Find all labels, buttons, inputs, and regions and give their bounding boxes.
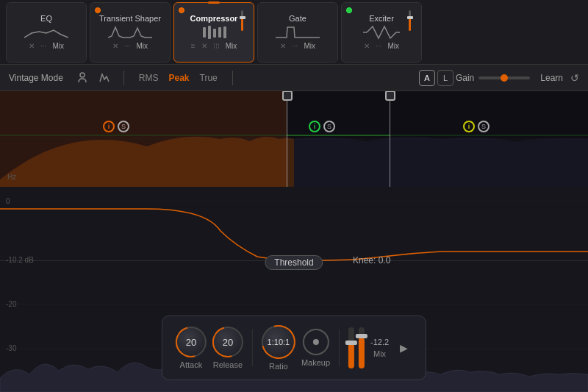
plugin-slot-eq[interactable]: EQ ✕ ··· Mix	[6, 2, 87, 63]
makeup-dot	[312, 339, 318, 345]
plugin-slot-transient[interactable]: Transient Shaper ✕ ··· Mix	[90, 2, 171, 63]
badge-yellow-3[interactable]: i	[463, 121, 475, 132]
controls-sep-2	[339, 329, 340, 366]
auto-icon-btn[interactable]	[94, 68, 115, 88]
indicator-compressor	[179, 7, 184, 13]
knee-label[interactable]: Knee: 0.0	[353, 255, 390, 266]
close-icon-gate[interactable]: ✕	[280, 42, 286, 50]
v-handle-knob-left[interactable]	[282, 91, 293, 101]
makeup-circle[interactable]	[302, 329, 329, 355]
close-icon-transient[interactable]: ✕	[112, 42, 118, 50]
db-label-20: -20	[6, 300, 16, 308]
badge-orange-1[interactable]: i	[103, 121, 115, 132]
mode-group: RMS Peak True	[139, 73, 218, 83]
badge-s-2[interactable]: S	[323, 121, 335, 132]
fader-value: -12.2	[370, 338, 389, 346]
release-value: 20	[223, 337, 233, 348]
close-icon-exciter[interactable]: ✕	[364, 42, 370, 50]
ratio-label: Ratio	[269, 362, 288, 371]
db-label-0: 0	[6, 197, 10, 205]
freq-graph: i S i S i S Hz	[0, 91, 588, 187]
fader-track-2[interactable]	[359, 327, 365, 368]
svg-rect-0	[203, 27, 206, 38]
main-display: i S i S i S Hz 0 -10.2 dB -20	[0, 91, 588, 392]
fader-labels: -12.2 Mix	[370, 338, 389, 358]
mode-peak[interactable]: Peak	[169, 73, 190, 83]
exciter-fader-handle[interactable]	[407, 16, 413, 19]
mix-label-exciter: Mix	[387, 42, 399, 50]
plugin-bar: EQ ✕ ··· Mix Transient Shaper ✕ ··· Mix	[0, 0, 588, 65]
gain-display: 0 -10.2 dB -20 -30 Threshold Knee: 0.0 2…	[0, 187, 588, 392]
mode-true[interactable]: True	[200, 73, 218, 83]
attack-group: 20 Attack	[176, 327, 207, 369]
close-icon-compressor[interactable]: ✕	[201, 42, 207, 50]
badge-s-1[interactable]: S	[118, 121, 129, 132]
human-icon-btn[interactable]	[72, 68, 93, 88]
plugin-footer-exciter: ✕ ··· Mix	[342, 42, 421, 50]
svg-rect-3	[218, 27, 221, 38]
indicator-transient	[95, 7, 101, 13]
l-button[interactable]: L	[437, 70, 453, 86]
plugin-slot-exciter[interactable]: Exciter ✕ ··· Mix	[341, 2, 422, 63]
exciter-fader[interactable]	[409, 10, 411, 31]
learn-button[interactable]: Learn	[540, 73, 563, 83]
plugin-waveform-exciter	[359, 24, 404, 40]
active-border-compressor	[208, 1, 220, 4]
a-button[interactable]: A	[419, 70, 435, 86]
svg-point-6	[80, 73, 85, 77]
attack-value: 20	[186, 337, 196, 348]
plugin-name-exciter: Exciter	[369, 14, 394, 23]
v-handle-knob-right[interactable]	[385, 91, 395, 101]
close-icon-eq[interactable]: ✕	[29, 42, 35, 50]
controls-sep-1	[252, 329, 253, 366]
fader-handle-1[interactable]	[345, 341, 357, 345]
hz-label: Hz	[7, 173, 16, 181]
svg-rect-4	[223, 26, 226, 38]
makeup-label: Makeup	[301, 358, 330, 367]
fader-group-2	[359, 327, 365, 368]
compressor-fader[interactable]	[241, 10, 243, 31]
plugin-slot-compressor[interactable]: Compressor ≡ ✕ ⁝⁝⁝ Mix	[173, 2, 254, 63]
ratio-knob[interactable]: 1:10:1	[262, 325, 295, 359]
indicator-exciter	[346, 7, 352, 13]
toolbar-sep-2	[232, 71, 233, 85]
hamburger-icon[interactable]: ≡	[191, 42, 196, 50]
gain-handle[interactable]	[501, 74, 508, 82]
dots-icon-compressor: ⁝⁝⁝	[213, 42, 220, 50]
plugin-footer-gate: ✕ ··· Mix	[258, 42, 337, 50]
attack-label: Attack	[180, 360, 203, 369]
plugin-name-compressor: Compressor	[190, 14, 238, 23]
mix-label-transient: Mix	[136, 42, 148, 50]
ratio-group: 1:10:1 Ratio	[262, 325, 295, 371]
plugin-footer-transient: ✕ ··· Mix	[90, 42, 170, 50]
fader-track-1[interactable]	[348, 327, 354, 368]
svg-rect-1	[208, 26, 211, 39]
badge-s-3[interactable]: S	[478, 121, 490, 132]
threshold-label[interactable]: Threshold	[265, 255, 323, 270]
gain-slider[interactable]	[478, 76, 530, 79]
mode-rms[interactable]: RMS	[139, 73, 159, 83]
mix-fader-label: Mix	[373, 349, 386, 358]
dots-icon-gate: ···	[292, 42, 298, 50]
gain-label: Gain	[456, 73, 474, 83]
freq-waveform-svg	[0, 91, 588, 187]
db-label-30: -30	[6, 344, 16, 352]
fader-handle-2[interactable]	[356, 334, 368, 338]
badge-green-2[interactable]: i	[309, 121, 320, 132]
plugin-waveform-gate	[276, 24, 320, 40]
play-button[interactable]: ▶	[395, 339, 412, 357]
release-knob[interactable]: 20	[212, 327, 243, 357]
plugin-name-eq: EQ	[40, 14, 52, 23]
attack-knob[interactable]: 20	[176, 327, 207, 357]
plugin-waveform-compressor	[192, 24, 236, 40]
plugin-name-gate: Gate	[289, 14, 306, 23]
plugin-waveform-transient	[108, 24, 152, 40]
refresh-icon[interactable]: ↺	[570, 72, 579, 84]
v-handle-left[interactable]	[287, 91, 287, 187]
compressor-fader-handle[interactable]	[240, 16, 245, 19]
v-handle-right[interactable]	[390, 91, 390, 187]
mix-label-gate: Mix	[304, 42, 315, 50]
dots-icon-transient: ···	[124, 42, 130, 50]
plugin-slot-gate[interactable]: Gate ✕ ··· Mix	[257, 2, 338, 63]
release-group: 20 Release	[212, 327, 243, 369]
